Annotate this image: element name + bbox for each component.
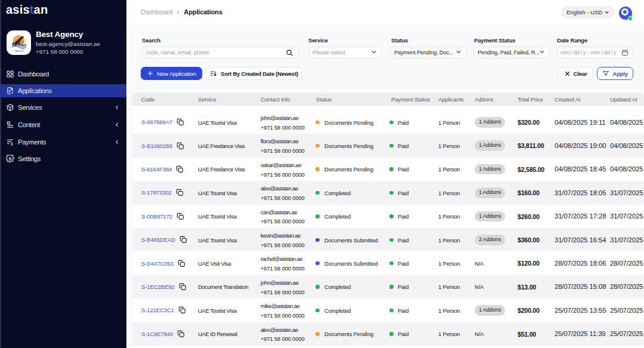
svg-text:TRAVELER: TRAVELER	[14, 50, 24, 53]
